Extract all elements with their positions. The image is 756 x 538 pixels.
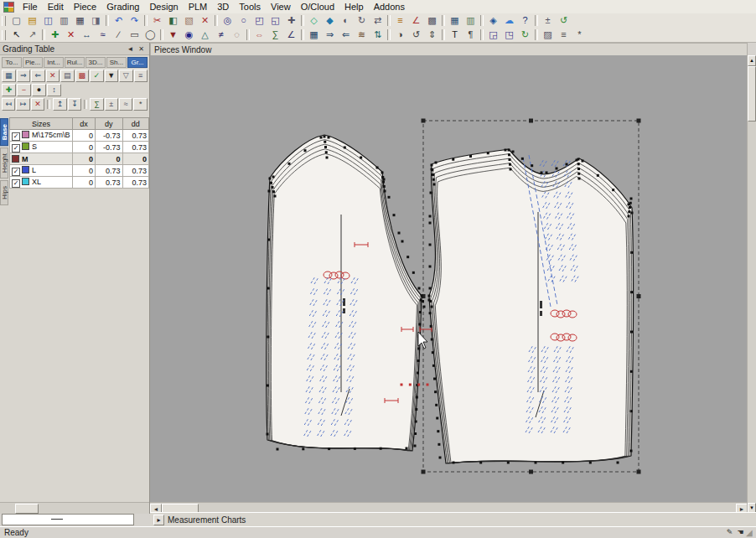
size-row-m175cmb[interactable]: ✓M\175cm\B0-0.730.73 [10, 130, 149, 142]
size-name-cell[interactable]: ✓L [10, 165, 73, 177]
toolbar-grip[interactable] [2, 30, 6, 40]
more-options-dropdown-icon[interactable]: ▼ [105, 70, 119, 82]
size-chart-icon[interactable]: ▥ [463, 13, 479, 28]
pattern-piece-back[interactable] [267, 135, 422, 451]
grade-value-dy[interactable]: 0.73 [95, 177, 122, 189]
sum-grading-icon[interactable]: ∑ [90, 98, 103, 111]
apply-grading-icon[interactable]: ✓ [90, 70, 104, 82]
curve-tool-icon[interactable]: ≈ [95, 28, 111, 42]
panel-tab-3d[interactable]: 3D... [85, 57, 106, 68]
add-point-icon[interactable]: ✚ [47, 28, 63, 42]
grade-dx-right-icon[interactable]: ↦ [16, 98, 29, 111]
size-range-icon[interactable]: ↕ [47, 84, 61, 96]
grade-value-dd[interactable]: 0.73 [122, 165, 148, 177]
snap-icon[interactable]: ± [540, 13, 556, 28]
cut-icon[interactable]: ✂ [149, 13, 165, 28]
zoom-fit-icon[interactable]: ◰ [251, 13, 267, 28]
grid-icon[interactable]: ▩ [424, 13, 440, 28]
size-name-cell[interactable]: ✓XL [10, 177, 73, 189]
print-preview-icon[interactable]: ◨ [88, 13, 104, 28]
menu-ocloud[interactable]: O/Cloud [296, 1, 339, 13]
size-list-icon[interactable]: ▦ [2, 70, 16, 82]
redo-icon[interactable]: ↷ [127, 13, 142, 28]
copy-nest-icon[interactable]: ⇒ [17, 70, 31, 82]
scroll-up-arrow-icon[interactable]: ▲ [748, 55, 756, 66]
lasso-select-icon[interactable]: ↗ [24, 28, 40, 42]
dart-icon[interactable]: △ [197, 28, 213, 42]
column-header-sizes[interactable]: Sizes [10, 118, 73, 130]
grade-dy-down-icon[interactable]: ↧ [68, 98, 81, 111]
rotate-tool-icon[interactable]: ↺ [408, 28, 424, 42]
delete-grade-icon[interactable]: ✕ [31, 98, 44, 111]
delete-point-icon[interactable]: ✕ [63, 28, 79, 42]
edit-mode-icon[interactable]: ✎ [724, 528, 735, 537]
scrollbar-thumb[interactable] [15, 504, 39, 514]
rectangle-tool-icon[interactable]: ▭ [127, 28, 142, 42]
grade-dx-left-icon[interactable]: ↤ [2, 98, 15, 111]
menu-piece[interactable]: Piece [69, 1, 102, 13]
zoom-in-icon[interactable]: ◎ [220, 13, 236, 28]
size-name-cell[interactable]: ✓S [10, 142, 73, 153]
undo-icon[interactable]: ↶ [111, 13, 127, 28]
cloud-icon[interactable]: ☁ [501, 13, 517, 28]
move-point-icon[interactable]: ↔ [79, 28, 95, 42]
menu-tools[interactable]: Tools [234, 1, 266, 13]
save-icon[interactable]: ◫ [40, 13, 56, 28]
size-visibility-checkbox[interactable]: ✓ [12, 179, 20, 188]
ruler-icon[interactable]: ≡ [392, 13, 408, 28]
resize-grip-icon[interactable]: ◢ [746, 528, 756, 538]
menu-grading[interactable]: Grading [101, 1, 144, 13]
scrollbar-thumb[interactable] [748, 66, 756, 122]
grading-colors-icon[interactable]: ▩ [75, 70, 90, 82]
layers-icon[interactable]: ▨ [540, 28, 556, 42]
angle-icon[interactable]: ∠ [283, 28, 299, 42]
rotate-piece-icon[interactable]: ↻ [354, 13, 370, 28]
collapsed-panel[interactable] [2, 514, 134, 525]
side-tab-base[interactable]: Base [0, 118, 8, 146]
redraw-icon[interactable]: ↻ [517, 28, 533, 42]
toolbar-grip[interactable] [2, 16, 6, 26]
copy-icon[interactable]: ◧ [165, 13, 181, 28]
grade-value-dd[interactable]: 0.73 [122, 130, 148, 142]
copy-grading-icon[interactable]: ⇒ [322, 28, 338, 42]
close-icon[interactable]: ✕ [136, 44, 147, 54]
panel-tab-gr[interactable]: Gr... [127, 57, 148, 68]
size-name-cell[interactable]: ✓M\175cm\B [10, 130, 73, 142]
size-row-m[interactable]: M000 [10, 153, 149, 165]
pan-icon[interactable]: ✚ [283, 13, 299, 28]
refresh-icon[interactable]: ↺ [556, 13, 572, 28]
round-values-icon[interactable]: ± [105, 98, 118, 111]
remove-size-icon[interactable]: − [17, 84, 31, 96]
print-icon[interactable]: ▦ [72, 13, 88, 28]
open-file-icon[interactable]: ▤ [24, 13, 40, 28]
help-icon[interactable]: ? [517, 13, 533, 28]
properties-icon[interactable]: ≡ [556, 28, 572, 42]
menu-3d[interactable]: 3D [212, 1, 234, 13]
canvas-vertical-scrollbar[interactable]: ▲ ▼ [747, 55, 756, 514]
line-tool-icon[interactable]: ∕ [111, 28, 127, 42]
notch-icon[interactable]: ▼ [165, 28, 181, 42]
paste-icon[interactable]: ▧ [181, 13, 197, 28]
new-document-icon[interactable]: ▢ [8, 13, 24, 28]
grade-dy-up-icon[interactable]: ↥ [53, 98, 66, 111]
column-header-dx[interactable]: dx [72, 118, 95, 130]
grading-report-icon[interactable]: ▤ [60, 70, 75, 82]
size-row-s[interactable]: ✓S0-0.730.73 [10, 142, 149, 153]
options-icon[interactable]: * [572, 28, 588, 42]
pan-mode-icon[interactable]: ☚ [735, 528, 746, 537]
annotation-icon[interactable]: ¶ [463, 28, 479, 42]
panel-tab-sh[interactable]: Sh... [106, 57, 127, 68]
zoom-window-icon[interactable]: ◲ [485, 28, 501, 42]
grade-value-dd[interactable]: 0 [122, 153, 148, 165]
panel-tab-pie[interactable]: Pie... [23, 57, 43, 68]
select-icon[interactable]: ↖ [8, 28, 24, 42]
circle-tool-icon[interactable]: ◯ [142, 28, 158, 42]
zoom-previous-icon[interactable]: ◱ [267, 13, 283, 28]
trace-icon[interactable]: ◌ [229, 28, 245, 42]
size-name-cell[interactable]: M [10, 153, 73, 165]
grading-table-icon[interactable]: ▦ [306, 28, 322, 42]
grade-value-dx[interactable]: 0 [72, 142, 95, 153]
column-header-dy[interactable]: dy [95, 118, 122, 130]
set-base-size-icon[interactable]: ● [32, 84, 46, 96]
new-piece-icon[interactable]: ◇ [306, 13, 322, 28]
